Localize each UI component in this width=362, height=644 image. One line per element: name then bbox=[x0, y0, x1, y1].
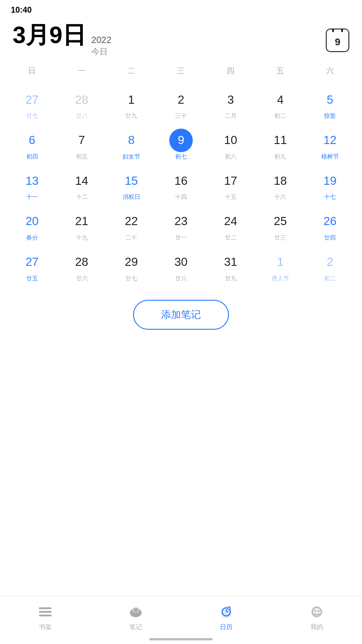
day-lunar: 三十 bbox=[175, 112, 187, 120]
day-lunar: 二十 bbox=[125, 234, 137, 241]
day-number: 30 bbox=[175, 255, 188, 269]
calendar-day-cell[interactable]: 23廿一 bbox=[156, 205, 206, 246]
calendar-day-cell[interactable]: 28廿八 bbox=[57, 83, 107, 124]
calendar-day-cell[interactable]: 2三十 bbox=[156, 83, 206, 124]
calendar-day-cell[interactable]: 31廿九 bbox=[206, 246, 256, 287]
day-lunar: 廿八 bbox=[76, 112, 88, 120]
calendar-day-cell[interactable]: 5惊蛰 bbox=[305, 83, 355, 124]
calendar-day-cell[interactable]: 6初四 bbox=[7, 124, 57, 165]
calendar-icon-button[interactable]: 9 bbox=[326, 29, 349, 52]
nav-label-calendar: 日历 bbox=[220, 623, 233, 631]
bookshelf-icon bbox=[37, 603, 54, 620]
calendar-day-cell[interactable]: 9初七 bbox=[156, 124, 206, 165]
day-lunar: 消权日 bbox=[123, 193, 140, 201]
calendar-nav-icon bbox=[218, 603, 235, 620]
header-date: 3月9日 bbox=[13, 23, 86, 47]
weekday-label: 三 bbox=[156, 62, 206, 80]
day-lunar: 廿三 bbox=[274, 234, 286, 241]
calendar-day-cell[interactable]: 11初九 bbox=[256, 124, 305, 165]
day-lunar: 十一 bbox=[26, 193, 38, 201]
day-lunar: 植树节 bbox=[321, 153, 339, 160]
calendar-day-cell[interactable]: 27廿五 bbox=[7, 246, 57, 287]
svg-point-12 bbox=[314, 610, 316, 612]
calendar-day-cell[interactable]: 25廿三 bbox=[256, 205, 305, 246]
nav-label-bookshelf: 书架 bbox=[39, 623, 52, 631]
calendar-day-cell[interactable]: 18十六 bbox=[256, 164, 305, 205]
weekday-label: 四 bbox=[206, 62, 256, 80]
mine-icon bbox=[308, 603, 325, 620]
day-number: 17 bbox=[224, 174, 237, 188]
day-lunar: 春分 bbox=[26, 234, 38, 241]
calendar-day-cell[interactable]: 8妇女节 bbox=[106, 124, 156, 165]
calendar-day-cell[interactable]: 1愚人节 bbox=[256, 246, 305, 287]
add-note-button[interactable]: 添加笔记 bbox=[133, 300, 229, 330]
calendar-day-cell[interactable]: 10初八 bbox=[206, 124, 256, 165]
day-number: 7 bbox=[78, 133, 85, 147]
calendar-day-cell[interactable]: 12植树节 bbox=[305, 124, 355, 165]
calendar-day-cell[interactable]: 16十四 bbox=[156, 164, 206, 205]
calendar-day-cell[interactable]: 28廿六 bbox=[57, 246, 107, 287]
day-lunar: 廿九 bbox=[125, 112, 137, 120]
calendar-day-cell[interactable]: 2初二 bbox=[305, 246, 355, 287]
day-number: 1 bbox=[277, 255, 283, 269]
svg-point-13 bbox=[318, 610, 319, 612]
calendar-day-cell[interactable]: 1廿九 bbox=[106, 83, 156, 124]
day-lunar: 妇女节 bbox=[123, 153, 140, 160]
day-number: 10 bbox=[224, 133, 237, 147]
calendar-day-cell[interactable]: 21十九 bbox=[57, 205, 107, 246]
header-left: 3月9日 2022 今日 bbox=[13, 23, 111, 58]
nav-item-bookshelf[interactable]: 书架 bbox=[27, 603, 63, 631]
day-number: 20 bbox=[25, 214, 38, 228]
nav-item-notes[interactable]: 笔记 bbox=[118, 603, 154, 631]
weekday-label: 二 bbox=[106, 62, 156, 80]
calendar-day-cell[interactable]: 17十五 bbox=[206, 164, 256, 205]
nav-item-mine[interactable]: 我的 bbox=[299, 603, 335, 631]
day-lunar: 廿二 bbox=[225, 234, 237, 241]
day-number: 2 bbox=[327, 255, 333, 269]
day-lunar: 初二 bbox=[324, 275, 336, 282]
day-number: 11 bbox=[274, 133, 287, 147]
day-lunar: 惊蛰 bbox=[324, 112, 336, 120]
weekday-label: 一 bbox=[57, 62, 107, 80]
header-year-info: 2022 今日 bbox=[91, 34, 112, 58]
day-number: 28 bbox=[75, 255, 88, 269]
day-number: 15 bbox=[125, 174, 138, 188]
day-lunar: 十五 bbox=[225, 193, 237, 201]
nav-label-mine: 我的 bbox=[310, 623, 323, 631]
calendar-day-cell[interactable]: 13十一 bbox=[7, 164, 57, 205]
day-number: 9 bbox=[178, 133, 184, 147]
day-number: 31 bbox=[224, 255, 237, 269]
calendar-day-cell[interactable]: 15消权日 bbox=[106, 164, 156, 205]
day-number: 19 bbox=[324, 174, 337, 188]
calendar-day-cell[interactable]: 19十七 bbox=[305, 164, 355, 205]
svg-rect-0 bbox=[39, 607, 52, 609]
status-bar: 10:40 bbox=[0, 0, 362, 19]
calendar-day-cell[interactable]: 27廿七 bbox=[7, 83, 57, 124]
calendar-view: 日一二三四五六 27廿七28廿八1廿九2三十3二月4初二5惊蛰6初四7初五8妇女… bbox=[0, 62, 362, 286]
calendar-day-cell[interactable]: 20春分 bbox=[7, 205, 57, 246]
calendar-day-cell[interactable]: 14十二 bbox=[57, 164, 107, 205]
svg-point-9 bbox=[228, 607, 230, 609]
day-lunar: 初四 bbox=[26, 153, 38, 160]
calendar-day-cell[interactable]: 30廿八 bbox=[156, 246, 206, 287]
calendar-day-cell[interactable]: 7初五 bbox=[57, 124, 107, 165]
day-lunar: 廿六 bbox=[76, 275, 88, 282]
day-number: 22 bbox=[125, 214, 138, 228]
calendar-grid: 27廿七28廿八1廿九2三十3二月4初二5惊蛰6初四7初五8妇女节9初七10初八… bbox=[7, 83, 355, 286]
calendar-day-cell[interactable]: 26廿四 bbox=[305, 205, 355, 246]
day-lunar: 二月 bbox=[225, 112, 237, 120]
day-number: 3 bbox=[227, 93, 233, 107]
calendar-day-cell[interactable]: 29廿七 bbox=[106, 246, 156, 287]
day-number: 25 bbox=[274, 214, 287, 228]
calendar-day-cell[interactable]: 3二月 bbox=[206, 83, 256, 124]
calendar-day-cell[interactable]: 24廿二 bbox=[206, 205, 256, 246]
home-indicator bbox=[149, 638, 213, 640]
nav-item-calendar[interactable]: 日历 bbox=[208, 603, 244, 631]
weekday-header: 日一二三四五六 bbox=[7, 62, 355, 80]
day-lunar: 廿九 bbox=[225, 275, 237, 282]
day-lunar: 廿七 bbox=[26, 112, 38, 120]
day-number: 23 bbox=[175, 214, 188, 228]
calendar-day-cell[interactable]: 22二十 bbox=[106, 205, 156, 246]
svg-rect-2 bbox=[39, 615, 52, 616]
calendar-day-cell[interactable]: 4初二 bbox=[256, 83, 305, 124]
